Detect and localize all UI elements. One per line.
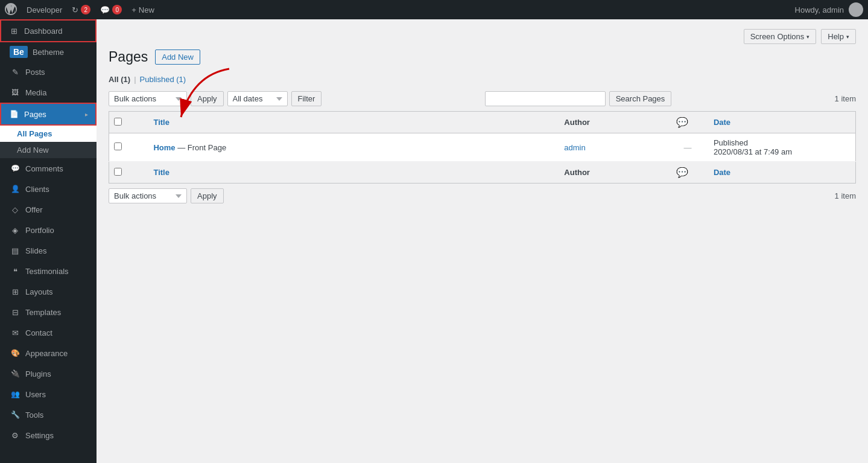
dates-select[interactable]: All dates: [227, 91, 288, 106]
header-end: Screen Options ▾ Help ▾: [109, 29, 856, 44]
author-link[interactable]: admin: [564, 143, 585, 152]
sidebar-item-contact[interactable]: Contact: [0, 322, 97, 343]
filter-button[interactable]: Filter: [291, 91, 322, 106]
updates-icon: ↻: [72, 5, 78, 14]
apply-button-top[interactable]: Apply: [191, 91, 224, 106]
howdy-user[interactable]: Howdy, admin: [795, 2, 863, 17]
sidebar-item-label: Pages: [24, 110, 46, 119]
select-all-checkbox-bottom[interactable]: [114, 168, 122, 176]
header-title-cell: Title: [146, 112, 557, 133]
contact-icon: [10, 327, 21, 338]
sidebar-item-label: Templates: [25, 308, 61, 317]
chevron-down-icon: ▾: [846, 34, 849, 40]
bulk-actions-select-top[interactable]: Bulk actions: [109, 91, 187, 106]
comments-icon: 💬: [100, 5, 110, 14]
submenu-item-all-pages[interactable]: All Pages: [0, 126, 97, 142]
footer-checkbox-cell: [109, 162, 147, 184]
sidebar: Dashboard Be Betheme Posts Media Pages ▸…: [0, 19, 97, 463]
dashboard-icon: [8, 25, 19, 36]
filter-separator: |: [134, 75, 136, 84]
new-content-link[interactable]: + New: [131, 5, 154, 14]
sidebar-item-label: Users: [25, 390, 46, 399]
comments-dash: —: [683, 143, 691, 152]
row-checkbox[interactable]: [114, 142, 122, 150]
sidebar-item-plugins[interactable]: Plugins: [0, 363, 97, 384]
submenu-label: Add New: [17, 145, 49, 155]
table-footer-row: Title Author 💬 Date: [109, 162, 856, 184]
bulk-actions-select-bottom[interactable]: Bulk actions: [109, 188, 187, 203]
title-sort-link-bottom[interactable]: Title: [153, 168, 169, 177]
screen-options-button[interactable]: Screen Options ▾: [744, 29, 817, 44]
sidebar-item-label: Appearance: [25, 349, 68, 358]
sidebar-item-layouts[interactable]: Layouts: [0, 281, 97, 302]
plugins-icon: [10, 368, 21, 379]
filter-all-link[interactable]: All (1): [109, 75, 130, 84]
add-new-button[interactable]: Add New: [155, 49, 200, 65]
sidebar-item-comments[interactable]: Comments: [0, 158, 97, 179]
layouts-icon: [10, 286, 21, 297]
tablenav-left-bottom: Bulk actions Apply: [109, 188, 224, 203]
footer-author-cell: Author: [557, 162, 669, 184]
sidebar-item-portfolio[interactable]: Portfolio: [0, 220, 97, 240]
title-sort-link[interactable]: Title: [153, 118, 169, 127]
main-content: Screen Options ▾ Help ▾ Pages Add New Al…: [97, 19, 868, 463]
posts-icon: [10, 66, 21, 77]
sidebar-item-label: Posts: [25, 68, 45, 77]
betheme-logo: Be: [10, 46, 28, 58]
page-heading: Pages Add New: [109, 49, 856, 65]
comments-icon: [10, 163, 21, 174]
sidebar-item-label: Contact: [25, 328, 52, 337]
header-date-cell: Date: [706, 112, 856, 133]
sidebar-item-dashboard[interactable]: Dashboard: [0, 19, 97, 42]
portfolio-icon: [10, 225, 21, 235]
pages-arrow: ▸: [85, 111, 88, 118]
sidebar-item-offer[interactable]: Offer: [0, 199, 97, 220]
sidebar-item-appearance[interactable]: Appearance: [0, 343, 97, 363]
search-pages-button[interactable]: Search Pages: [609, 91, 672, 106]
submenu-label: All Pages: [17, 129, 52, 138]
avatar: [849, 2, 863, 17]
sidebar-item-label: Betheme: [33, 48, 64, 57]
item-count-bottom: 1 item: [835, 191, 856, 200]
header-checkbox-cell: [109, 112, 147, 133]
plus-icon: +: [131, 5, 136, 14]
clients-icon: [10, 184, 21, 194]
select-all-checkbox-top[interactable]: [114, 118, 122, 126]
tablenav-bottom: Bulk actions Apply 1 item: [109, 188, 856, 203]
sidebar-item-testimonials[interactable]: Testimonials: [0, 261, 97, 281]
page-title-link[interactable]: Home: [153, 143, 175, 152]
table-section: Title Author 💬 Date: [109, 111, 856, 184]
chevron-down-icon: ▾: [806, 34, 809, 40]
row-author-cell: admin: [557, 133, 669, 162]
sidebar-item-settings[interactable]: Settings: [0, 425, 97, 445]
pages-table: Title Author 💬 Date: [109, 111, 856, 184]
filter-tabs: All (1) | Published (1): [109, 75, 856, 84]
sidebar-item-media[interactable]: Media: [0, 82, 97, 103]
sidebar-item-clients[interactable]: Clients: [0, 179, 97, 199]
sidebar-item-label: Media: [25, 88, 46, 97]
comments-column-icon-bottom: 💬: [676, 167, 688, 177]
help-button[interactable]: Help ▾: [821, 29, 856, 44]
table-body: Home — Front Page admin — Pu: [109, 133, 856, 162]
wp-logo[interactable]: [5, 3, 17, 17]
comments-link[interactable]: 💬 0: [100, 5, 122, 14]
site-name[interactable]: Developer: [27, 5, 62, 14]
date-sort-link[interactable]: Date: [714, 118, 730, 127]
filter-published-link[interactable]: Published (1): [140, 75, 186, 84]
date-sort-link-bottom[interactable]: Date: [714, 168, 730, 177]
submenu-item-add-new[interactable]: Add New: [0, 142, 97, 158]
sidebar-item-tools[interactable]: Tools: [0, 404, 97, 425]
search-input[interactable]: [485, 91, 606, 106]
sidebar-item-slides[interactable]: Slides: [0, 240, 97, 261]
sidebar-item-templates[interactable]: Templates: [0, 302, 97, 322]
updates-link[interactable]: ↻ 2: [72, 5, 90, 14]
sidebar-item-users[interactable]: Users: [0, 384, 97, 404]
page-title-suffix: — Front Page: [177, 143, 226, 152]
sidebar-item-betheme[interactable]: Be Betheme: [0, 42, 97, 62]
header-comments-cell: 💬: [669, 112, 706, 133]
apply-button-bottom[interactable]: Apply: [191, 188, 224, 203]
sidebar-item-posts[interactable]: Posts: [0, 62, 97, 82]
page-date: 2020/08/31 at 7:49 am: [714, 147, 792, 156]
sidebar-item-pages[interactable]: Pages ▸: [0, 103, 97, 126]
sidebar-item-label: Layouts: [25, 287, 53, 296]
